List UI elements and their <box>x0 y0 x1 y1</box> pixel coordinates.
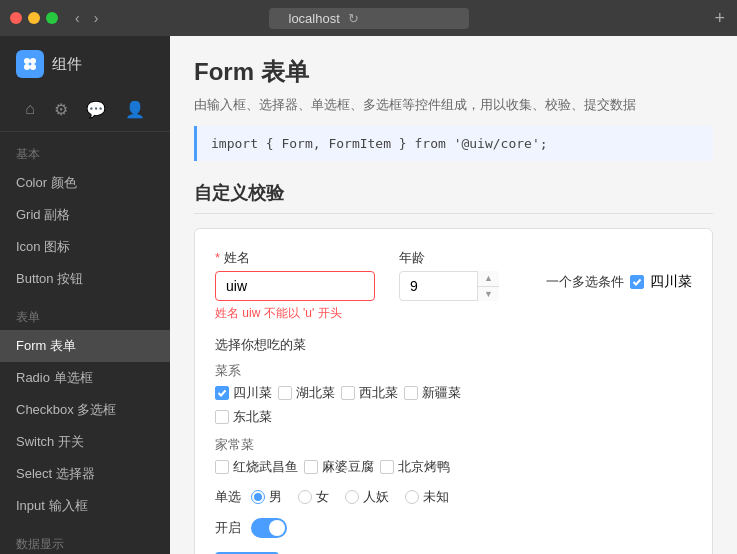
age-increment[interactable]: ▲ <box>478 271 499 287</box>
cb-northwest-box[interactable] <box>341 386 355 400</box>
section-basic-label: 基本 <box>0 132 170 167</box>
section-form-label: 表单 <box>0 295 170 330</box>
sidebar-item-grid[interactable]: Grid 副格 <box>0 199 170 231</box>
svg-point-3 <box>30 64 36 70</box>
cb-northwest[interactable]: 西北菜 <box>341 384 398 402</box>
name-error: 姓名 uiw 不能以 'u' 开头 <box>215 305 375 322</box>
forward-button[interactable]: › <box>89 8 104 28</box>
homestyle-group-label: 家常菜 <box>215 436 692 454</box>
page-desc: 由输入框、选择器、单选框、多选框等控件组成，用以收集、校验、提交数据 <box>194 96 713 114</box>
svg-point-2 <box>24 64 30 70</box>
name-label: 姓名 <box>215 249 375 267</box>
maximize-button[interactable] <box>46 12 58 24</box>
radio-row: 单选 男 女 人妖 <box>215 488 692 506</box>
homestyle-checkboxes: 红烧武昌鱼 麻婆豆腐 北京烤鸭 <box>215 458 692 476</box>
radio-group: 男 女 人妖 未知 <box>251 488 449 506</box>
minimize-button[interactable] <box>28 12 40 24</box>
sidebar-title: 组件 <box>52 55 82 74</box>
age-label: 年龄 <box>399 249 499 267</box>
traffic-lights <box>10 12 58 24</box>
one-condition-checkbox[interactable] <box>630 275 644 289</box>
name-group: 姓名 姓名 uiw 不能以 'u' 开头 <box>215 249 375 322</box>
homestyle-group: 家常菜 红烧武昌鱼 麻婆豆腐 北京烤鸭 <box>215 436 692 476</box>
cb-xinjiang-box[interactable] <box>404 386 418 400</box>
cb-hubei-box[interactable] <box>278 386 292 400</box>
cb-xinjiang[interactable]: 新疆菜 <box>404 384 461 402</box>
url-text: localhost <box>289 11 340 26</box>
sidebar-item-select[interactable]: Select 选择器 <box>0 458 170 490</box>
new-tab-button[interactable]: + <box>714 8 725 29</box>
titlebar: ‹ › localhost ↻ + <box>0 0 737 36</box>
radio-male-inner <box>254 493 262 501</box>
main-content: Form 表单 由输入框、选择器、单选框、多选框等控件组成，用以收集、校验、提交… <box>170 36 737 554</box>
sidebar-item-switch[interactable]: Switch 开关 <box>0 426 170 458</box>
radio-unknown[interactable]: 未知 <box>405 488 449 506</box>
back-button[interactable]: ‹ <box>70 8 85 28</box>
person-icon[interactable]: 👤 <box>121 96 149 123</box>
radio-other-outer[interactable] <box>345 490 359 504</box>
cb-northeast[interactable]: 东北菜 <box>215 408 272 426</box>
sidebar-item-button[interactable]: Button 按钮 <box>0 263 170 295</box>
radio-male[interactable]: 男 <box>251 488 282 506</box>
radio-female[interactable]: 女 <box>298 488 329 506</box>
radio-female-outer[interactable] <box>298 490 312 504</box>
age-input-wrapper: ▲ ▼ <box>399 271 499 301</box>
page-title: Form 表单 <box>194 56 713 88</box>
sidebar-item-form[interactable]: Form 表单 <box>0 330 170 362</box>
section-data-label: 数据显示 <box>0 522 170 554</box>
radio-label: 单选 <box>215 488 241 506</box>
radio-unknown-outer[interactable] <box>405 490 419 504</box>
name-input[interactable] <box>215 271 375 301</box>
cuisine-group: 菜系 四川菜 湖北菜 <box>215 362 692 426</box>
logo-icon <box>16 50 44 78</box>
name-age-row: 姓名 姓名 uiw 不能以 'u' 开头 年龄 ▲ ▼ <box>215 249 692 322</box>
cb-hubei[interactable]: 湖北菜 <box>278 384 335 402</box>
app-body: 组件 ⌂ ⚙ 💬 👤 基本 Color 颜色 Grid 副格 Icon 图标 B… <box>0 36 737 554</box>
age-group: 年龄 ▲ ▼ <box>399 249 499 322</box>
close-button[interactable] <box>10 12 22 24</box>
cb-braised-fish-box[interactable] <box>215 460 229 474</box>
settings-icon[interactable]: ⚙ <box>50 96 72 123</box>
radio-male-outer[interactable] <box>251 490 265 504</box>
cuisine-checkboxes: 四川菜 湖北菜 西北菜 新疆菜 <box>215 384 692 402</box>
cuisine-row2: 东北菜 <box>215 408 692 426</box>
sidebar-item-radio[interactable]: Radio 单选框 <box>0 362 170 394</box>
cb-peking-duck-box[interactable] <box>380 460 394 474</box>
cb-mapo-tofu-box[interactable] <box>304 460 318 474</box>
refresh-icon[interactable]: ↻ <box>348 11 359 26</box>
code-block: import { Form, FormItem } from '@uiw/cor… <box>194 126 713 161</box>
cb-braised-fish[interactable]: 红烧武昌鱼 <box>215 458 298 476</box>
sidebar-header: 组件 <box>0 36 170 88</box>
toggle-switch[interactable] <box>251 518 287 538</box>
sidebar-item-icon[interactable]: Icon 图标 <box>0 231 170 263</box>
url-bar[interactable]: localhost ↻ <box>269 8 469 29</box>
navigation-buttons: ‹ › <box>70 8 103 28</box>
svg-point-0 <box>24 58 30 64</box>
veggie-section: 选择你想吃的菜 菜系 四川菜 湖北菜 <box>215 336 692 476</box>
cuisine-group-label: 菜系 <box>215 362 692 380</box>
sidebar-item-color[interactable]: Color 颜色 <box>0 167 170 199</box>
section-title: 自定义校验 <box>194 181 713 214</box>
cb-sichuan[interactable]: 四川菜 <box>215 384 272 402</box>
chat-icon[interactable]: 💬 <box>82 96 110 123</box>
sidebar-item-input[interactable]: Input 输入框 <box>0 490 170 522</box>
sidebar-item-checkbox[interactable]: Checkbox 多选框 <box>0 394 170 426</box>
sidebar: 组件 ⌂ ⚙ 💬 👤 基本 Color 颜色 Grid 副格 Icon 图标 B… <box>0 36 170 554</box>
toggle-knob <box>269 520 285 536</box>
radio-other[interactable]: 人妖 <box>345 488 389 506</box>
one-condition-row: 一个多选条件 四川菜 <box>546 273 692 291</box>
cb-peking-duck[interactable]: 北京烤鸭 <box>380 458 450 476</box>
home-icon[interactable]: ⌂ <box>21 96 39 123</box>
cb-northeast-box[interactable] <box>215 410 229 424</box>
svg-point-1 <box>30 58 36 64</box>
veggie-label: 选择你想吃的菜 <box>215 336 692 354</box>
one-condition-group: 一个多选条件 四川菜 <box>546 249 692 322</box>
cb-sichuan-box[interactable] <box>215 386 229 400</box>
age-decrement[interactable]: ▼ <box>478 287 499 302</box>
toggle-row: 开启 <box>215 518 692 538</box>
cb-mapo-tofu[interactable]: 麻婆豆腐 <box>304 458 374 476</box>
one-condition-item: 四川菜 <box>650 273 692 291</box>
one-condition-label: 一个多选条件 <box>546 273 624 291</box>
age-spinners: ▲ ▼ <box>477 271 499 301</box>
toggle-label: 开启 <box>215 519 241 537</box>
